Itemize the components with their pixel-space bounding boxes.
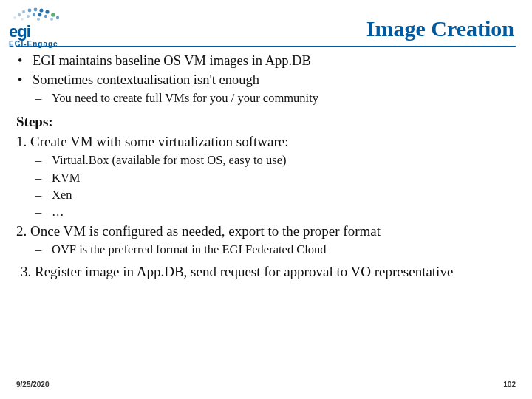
- svg-point-1: [18, 13, 21, 16]
- step-2: 2. Once VM is configured as needed, expo…: [16, 222, 516, 241]
- sub-bullet-item: Virtual.Box (available for most OS, easy…: [16, 152, 516, 168]
- svg-point-2: [22, 10, 25, 13]
- bullet-item: Sometimes contextualisation isn't enough: [16, 71, 516, 89]
- svg-point-14: [21, 18, 24, 21]
- logo-text: egi: [9, 24, 66, 40]
- slide-footer: 9/25/2020 102: [16, 381, 516, 389]
- logo-dot-burst: [9, 6, 66, 22]
- sub-bullet-item: You need to create full VMs for you / yo…: [16, 90, 516, 106]
- footer-date: 9/25/2020: [16, 381, 50, 389]
- svg-point-5: [39, 8, 43, 12]
- title-underline: [16, 46, 516, 47]
- footer-page-number: 102: [503, 381, 516, 389]
- sub-bullet-item: KVM: [16, 170, 516, 186]
- slide-title: Image Creation: [366, 16, 514, 41]
- bullet-item: EGI maintains baseline OS VM images in A…: [16, 52, 516, 70]
- svg-point-12: [44, 15, 47, 18]
- svg-point-13: [50, 18, 53, 21]
- svg-point-0: [13, 16, 16, 19]
- steps-heading: Steps:: [16, 112, 516, 132]
- svg-point-9: [27, 15, 30, 18]
- svg-point-6: [45, 10, 49, 13]
- svg-point-10: [33, 13, 35, 16]
- svg-point-11: [38, 13, 42, 17]
- step-1: 1. Create VM with some virtualization so…: [16, 132, 516, 151]
- svg-point-4: [34, 8, 38, 12]
- svg-point-7: [51, 13, 55, 17]
- sub-bullet-item: …: [16, 204, 516, 220]
- sub-bullet-item: OVF is the preferred format in the EGI F…: [16, 242, 516, 258]
- step-3: 3. Register image in App.DB, send reques…: [21, 262, 516, 282]
- slide-body: EGI maintains baseline OS VM images in A…: [16, 52, 516, 282]
- svg-point-3: [28, 9, 32, 13]
- brand-logo: egi EGI-Engage: [9, 6, 66, 48]
- svg-point-8: [56, 16, 59, 19]
- svg-point-15: [37, 18, 40, 21]
- sub-bullet-item: Xen: [16, 187, 516, 203]
